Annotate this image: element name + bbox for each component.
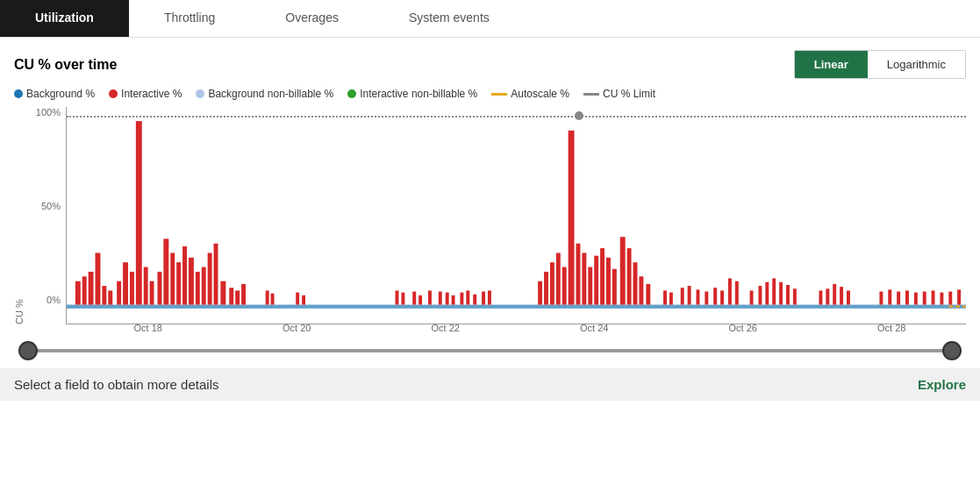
svg-rect-56 xyxy=(612,269,617,305)
svg-rect-20 xyxy=(202,267,206,305)
main-content: CU % over time Linear Logarithmic Backgr… xyxy=(0,38,980,363)
legend-background-non-billable: Background non-billable % xyxy=(196,88,333,100)
legend-interactive-non-billable: Interactive non-billable % xyxy=(347,88,477,100)
chart-container: CU % 100% 50% 0% xyxy=(14,107,966,324)
svg-rect-19 xyxy=(196,272,200,305)
svg-rect-63 xyxy=(669,293,673,305)
svg-rect-35 xyxy=(428,290,432,304)
slider-thumb-left[interactable] xyxy=(18,341,38,360)
svg-rect-5 xyxy=(102,286,106,304)
legend-int-nonbillable-label: Interactive non-billable % xyxy=(360,88,477,100)
svg-rect-79 xyxy=(819,290,822,304)
svg-rect-88 xyxy=(914,293,918,305)
svg-rect-32 xyxy=(401,293,404,305)
tab-system-events[interactable]: System events xyxy=(374,0,525,37)
chart-title: CU % over time xyxy=(14,57,117,73)
legend-autoscale: Autoscale % xyxy=(491,88,569,100)
svg-rect-0 xyxy=(67,305,966,309)
svg-rect-46 xyxy=(550,262,554,304)
chart-legend: Background % Interactive % Background no… xyxy=(14,88,966,100)
svg-rect-36 xyxy=(439,291,442,304)
svg-rect-40 xyxy=(466,290,469,304)
svg-rect-34 xyxy=(418,295,422,305)
svg-rect-58 xyxy=(627,248,632,304)
svg-rect-74 xyxy=(765,282,769,305)
svg-rect-29 xyxy=(296,293,299,305)
svg-rect-72 xyxy=(750,290,754,304)
svg-rect-76 xyxy=(779,282,783,305)
svg-rect-21 xyxy=(208,253,212,304)
slider-thumb-right[interactable] xyxy=(942,341,962,360)
range-slider[interactable] xyxy=(28,338,952,363)
svg-rect-12 xyxy=(150,281,154,305)
scale-logarithmic-button[interactable]: Logarithmic xyxy=(868,51,965,78)
svg-rect-9 xyxy=(130,272,134,305)
svg-rect-24 xyxy=(229,288,233,304)
chart-header: CU % over time Linear Logarithmic xyxy=(14,50,966,79)
svg-rect-92 xyxy=(948,291,952,304)
svg-rect-2 xyxy=(82,276,87,304)
tab-utilization[interactable]: Utilization xyxy=(0,0,129,37)
slider-fill xyxy=(28,349,952,352)
legend-cu-limit: CU % Limit xyxy=(583,88,655,100)
svg-rect-49 xyxy=(569,131,575,305)
svg-rect-23 xyxy=(220,281,225,305)
legend-bg-nonbillable-icon xyxy=(196,89,204,98)
svg-rect-3 xyxy=(89,272,94,305)
svg-rect-59 xyxy=(633,262,638,304)
svg-rect-15 xyxy=(170,253,175,304)
svg-rect-82 xyxy=(840,287,843,304)
svg-rect-83 xyxy=(847,290,850,304)
svg-rect-77 xyxy=(786,285,790,305)
svg-rect-16 xyxy=(176,262,181,304)
svg-rect-62 xyxy=(663,290,667,304)
scale-button-group: Linear Logarithmic xyxy=(794,50,966,79)
explore-button[interactable]: Explore xyxy=(918,377,966,392)
legend-cu-limit-icon xyxy=(583,93,599,96)
tab-throttling[interactable]: Throttling xyxy=(129,0,250,37)
svg-rect-73 xyxy=(758,286,762,304)
svg-rect-54 xyxy=(600,248,604,304)
svg-rect-60 xyxy=(639,276,643,304)
svg-rect-14 xyxy=(163,238,168,304)
y-tick-50: 50% xyxy=(41,201,61,211)
svg-rect-80 xyxy=(826,288,829,304)
svg-rect-66 xyxy=(697,289,700,304)
svg-rect-30 xyxy=(302,295,305,305)
legend-interactive-icon xyxy=(109,89,118,98)
svg-rect-70 xyxy=(728,278,732,304)
svg-rect-52 xyxy=(588,267,592,305)
legend-autoscale-label: Autoscale % xyxy=(511,88,569,100)
svg-rect-45 xyxy=(544,272,548,305)
bottom-bar: Select a field to obtain more details Ex… xyxy=(0,368,980,401)
svg-rect-44 xyxy=(538,281,542,305)
legend-int-nonbillable-icon xyxy=(347,89,356,98)
svg-rect-1 xyxy=(75,281,81,305)
svg-rect-22 xyxy=(214,244,218,305)
svg-rect-53 xyxy=(594,256,598,305)
svg-rect-55 xyxy=(606,258,611,305)
svg-rect-6 xyxy=(108,290,112,304)
svg-rect-27 xyxy=(266,290,269,304)
y-axis-ticks: 100% 50% 0% xyxy=(26,107,66,324)
svg-rect-68 xyxy=(713,288,717,304)
svg-rect-26 xyxy=(241,284,246,305)
svg-rect-69 xyxy=(720,290,724,304)
svg-rect-43 xyxy=(488,290,491,304)
tab-overages[interactable]: Overages xyxy=(250,0,374,37)
svg-rect-91 xyxy=(940,293,943,305)
svg-rect-85 xyxy=(888,289,891,304)
legend-autoscale-icon xyxy=(491,93,507,96)
y-tick-0: 0% xyxy=(46,295,61,305)
bottom-message: Select a field to obtain more details xyxy=(14,377,218,392)
chart-svg xyxy=(67,107,966,324)
chart-plot-area[interactable] xyxy=(66,107,966,324)
scale-linear-button[interactable]: Linear xyxy=(795,51,868,78)
svg-rect-89 xyxy=(923,291,926,304)
svg-rect-37 xyxy=(446,293,449,305)
svg-rect-31 xyxy=(396,290,399,304)
svg-rect-38 xyxy=(452,295,455,305)
svg-rect-71 xyxy=(735,281,739,305)
svg-rect-18 xyxy=(189,258,194,305)
svg-rect-39 xyxy=(460,293,463,305)
